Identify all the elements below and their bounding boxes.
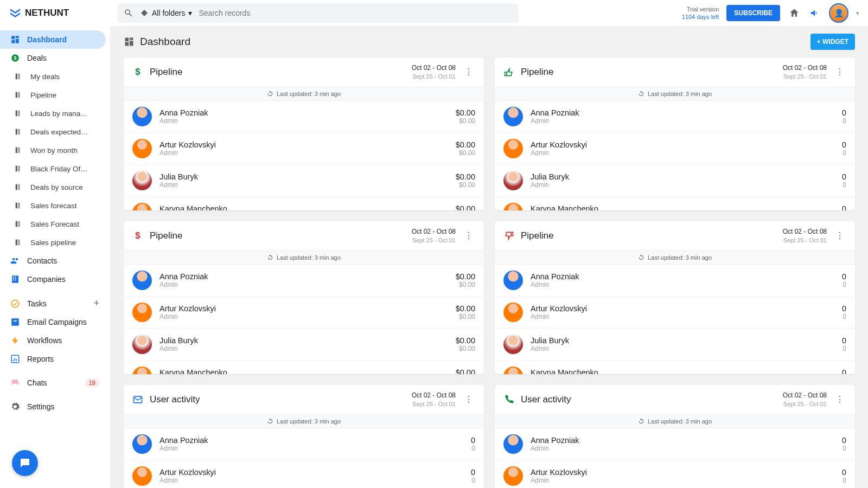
person-avatar: [132, 367, 152, 374]
chat-fab[interactable]: [12, 450, 38, 476]
widget-row[interactable]: Karyna ManchenkoAdmin00: [495, 197, 855, 210]
column-icon: [13, 145, 24, 156]
widget-menu-icon[interactable]: ⋮: [833, 67, 846, 77]
logo[interactable]: NETHUNT: [9, 7, 111, 20]
row-value: $0.00: [456, 336, 475, 345]
nav-deals-sub-5[interactable]: Black Friday Of…: [0, 159, 106, 178]
nav-deals-sub-7[interactable]: Sales forecast: [0, 196, 106, 215]
widget-2: $PipelineOct 02 - Oct 08Sept 25 - Oct 01…: [124, 221, 484, 374]
widget-row[interactable]: Julia BurykAdmin00: [495, 329, 855, 361]
person-role: Admin: [159, 477, 463, 484]
widget-row[interactable]: Anna PozniakAdmin$0.00$0.00: [124, 101, 484, 133]
user-avatar[interactable]: 👤: [829, 3, 848, 23]
add-task-icon[interactable]: +: [93, 298, 99, 309]
row-subvalue: $0.00: [456, 281, 475, 288]
column-icon: [13, 108, 24, 119]
nav-reports[interactable]: Reports: [0, 350, 106, 368]
nav-deals-sub-9[interactable]: Sales pipeline: [0, 233, 106, 252]
search-input[interactable]: [199, 9, 512, 17]
add-widget-button[interactable]: + WIDGET: [810, 34, 855, 50]
widget-row[interactable]: Anna PozniakAdmin$0.00$0.00: [124, 265, 484, 297]
widget-row[interactable]: Karyna ManchenkoAdmin$0.00$0.00: [124, 197, 484, 210]
nav-deals[interactable]: $ Deals: [0, 49, 106, 67]
home-icon[interactable]: [788, 7, 801, 20]
widget-menu-icon[interactable]: ⋮: [833, 394, 846, 404]
svg-rect-5: [18, 92, 20, 98]
nav-chats[interactable]: Chats 19: [0, 374, 106, 392]
logo-icon: [9, 7, 22, 20]
widget-row[interactable]: Karyna ManchenkoAdmin$0.00$0.00: [124, 361, 484, 374]
widget-row[interactable]: Anna PozniakAdmin00: [495, 428, 855, 460]
row-subvalue: $0.00: [456, 117, 475, 125]
chats-icon: [10, 377, 21, 388]
widget-menu-icon[interactable]: ⋮: [833, 230, 846, 241]
row-subvalue: 0: [842, 345, 846, 352]
widget-menu-icon[interactable]: ⋮: [462, 394, 475, 404]
nav-deals-sub-2[interactable]: Leads by mana…: [0, 104, 106, 123]
column-icon: [13, 200, 24, 211]
person-name: Anna Pozniak: [159, 272, 448, 281]
widget-0: $PipelineOct 02 - Oct 08Sept 25 - Oct 01…: [124, 57, 484, 210]
person-role: Admin: [531, 313, 834, 320]
person-avatar: [132, 271, 152, 290]
widget-row[interactable]: Anna PozniakAdmin00: [124, 428, 484, 460]
widget-menu-icon[interactable]: ⋮: [462, 230, 475, 241]
search-bar[interactable]: All folders ▾: [117, 3, 519, 23]
widget-updated: Last updated: 3 min ago: [495, 251, 855, 265]
widget-1: PipelineOct 02 - Oct 08Sept 25 - Oct 01⋮…: [495, 57, 855, 210]
person-avatar: [132, 171, 152, 190]
person-name: Anna Pozniak: [531, 272, 834, 281]
widget-row[interactable]: Artur KozlovskyiAdmin00: [495, 297, 855, 329]
workflows-icon: [10, 335, 21, 346]
person-name: Artur Kozlovskyi: [159, 140, 448, 149]
row-value: $0.00: [456, 304, 475, 313]
widget-row[interactable]: Artur KozlovskyiAdmin00: [495, 460, 855, 488]
widget-row[interactable]: Julia BurykAdmin00: [495, 165, 855, 197]
person-role: Admin: [159, 149, 448, 157]
nav-companies[interactable]: Companies: [0, 270, 106, 288]
widget-menu-icon[interactable]: ⋮: [462, 67, 475, 77]
widget-updated: Last updated: 3 min ago: [495, 414, 855, 428]
row-value: 0: [842, 368, 846, 374]
widget-row[interactable]: Artur KozlovskyiAdmin$0.00$0.00: [124, 133, 484, 165]
nav-deals-sub-6[interactable]: Deals by source: [0, 178, 106, 196]
nav-workflows[interactable]: Workflows: [0, 331, 106, 350]
widget-dates: Oct 02 - Oct 08Sept 25 - Oct 01: [412, 64, 456, 80]
avatar-chevron[interactable]: ▾: [856, 10, 859, 17]
row-subvalue: 0: [842, 445, 846, 452]
nav-email[interactable]: Email Campaigns: [0, 313, 106, 331]
contacts-icon: [10, 255, 21, 266]
widget-row[interactable]: Artur KozlovskyiAdmin00: [124, 460, 484, 488]
nav-deals-sub-1[interactable]: Pipeline: [0, 86, 106, 104]
row-value: 0: [842, 140, 846, 149]
row-value: 0: [471, 468, 475, 477]
widget-row[interactable]: Anna PozniakAdmin00: [495, 265, 855, 297]
widget-row[interactable]: Artur KozlovskyiAdmin00: [495, 133, 855, 165]
widget-row[interactable]: Julia BurykAdmin$0.00$0.00: [124, 329, 484, 361]
nav-settings[interactable]: Settings: [0, 397, 106, 416]
person-avatar: [503, 303, 523, 322]
widget-row[interactable]: Karyna ManchenkoAdmin00: [495, 361, 855, 374]
row-value: 0: [842, 336, 846, 345]
subscribe-button[interactable]: SUBSCRIBE: [726, 5, 780, 21]
nav-deals-sub-3[interactable]: Deals expected…: [0, 123, 106, 141]
widget-row[interactable]: Julia BurykAdmin$0.00$0.00: [124, 165, 484, 197]
nav-tasks[interactable]: Tasks +: [0, 294, 106, 313]
nav-deals-sub-4[interactable]: Won by month: [0, 141, 106, 159]
widget-row[interactable]: Artur KozlovskyiAdmin$0.00$0.00: [124, 297, 484, 329]
folder-selector[interactable]: All folders ▾: [140, 9, 192, 17]
campaign-icon[interactable]: [808, 7, 821, 20]
row-subvalue: $0.00: [456, 181, 475, 189]
nav-dashboard[interactable]: Dashboard: [0, 30, 106, 49]
widget-row[interactable]: Anna PozniakAdmin00: [495, 101, 855, 133]
person-name: Karyna Manchenko: [531, 204, 834, 210]
widget-icon: [503, 67, 514, 78]
svg-rect-21: [18, 240, 20, 246]
row-value: 0: [842, 172, 846, 181]
nav-deals-sub-8[interactable]: Sales Forecast: [0, 215, 106, 233]
nav-deals-sub-0[interactable]: My deals: [0, 67, 106, 86]
svg-rect-2: [16, 74, 17, 80]
nav-contacts[interactable]: Contacts: [0, 252, 106, 270]
row-value: $0.00: [456, 172, 475, 181]
svg-rect-17: [18, 203, 20, 209]
